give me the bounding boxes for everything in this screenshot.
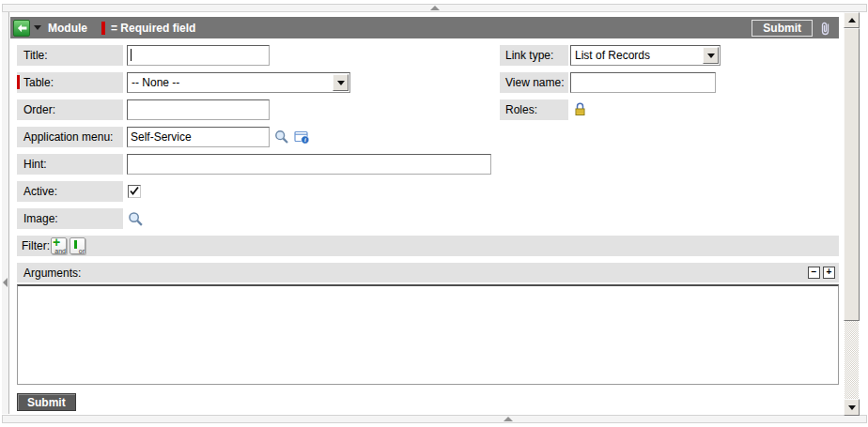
application-menu-lookup-button[interactable] — [274, 130, 289, 145]
title-input[interactable] — [127, 45, 270, 66]
filter-and-button[interactable]: + and — [51, 237, 67, 254]
active-label: Active: — [17, 181, 123, 202]
link-type-select-value: List of Records — [575, 49, 650, 62]
table-select[interactable]: -- None -- — [127, 72, 350, 93]
chevron-down-icon — [337, 81, 345, 85]
image-label: Image: — [17, 208, 123, 229]
header-submit-button[interactable]: Submit — [752, 20, 813, 37]
view-name-label: View name: — [500, 72, 568, 93]
active-checkbox[interactable] — [128, 185, 141, 198]
back-button[interactable] — [13, 20, 30, 37]
arrow-down-icon — [848, 405, 856, 410]
back-arrow-icon — [17, 23, 27, 33]
link-type-select[interactable]: List of Records — [570, 45, 721, 66]
hint-label: Hint: — [17, 154, 123, 175]
or-bar-icon — [74, 240, 77, 249]
order-input[interactable] — [127, 99, 270, 120]
roles-lock-button[interactable] — [574, 102, 586, 116]
filter-label: Filter: — [22, 239, 50, 252]
order-label: Order: — [17, 99, 123, 120]
view-name-input[interactable] — [570, 72, 716, 93]
text-caret — [131, 49, 132, 61]
application-menu-input[interactable] — [127, 127, 270, 147]
table-select-value: -- None -- — [132, 76, 179, 89]
filter-bar: Filter: + and or — [17, 236, 839, 256]
collapse-section-button[interactable]: − — [808, 267, 820, 279]
paperclip-icon — [819, 21, 831, 36]
arguments-label: Arguments: — [23, 267, 81, 280]
reference-info-icon: i — [294, 130, 310, 145]
scrollbar-thumb[interactable] — [844, 28, 860, 321]
top-frame-splitter[interactable] — [2, 4, 867, 12]
submit-button[interactable]: Submit — [17, 393, 76, 411]
magnifier-icon — [128, 211, 144, 227]
left-pane-splitter[interactable] — [2, 12, 9, 414]
scroll-up-button[interactable] — [844, 12, 860, 28]
page-title: Module — [48, 22, 87, 35]
required-field-marker — [101, 22, 105, 35]
arrow-up-icon — [848, 18, 856, 23]
chevron-down-icon — [707, 53, 715, 58]
title-label: Title: — [17, 45, 123, 66]
link-type-select-dropdown-button[interactable] — [703, 47, 719, 64]
magnifier-icon — [274, 130, 289, 145]
svg-text:i: i — [304, 136, 306, 143]
required-marker — [17, 75, 20, 89]
arguments-section-bar: Arguments: − + — [17, 263, 839, 282]
filter-or-button[interactable]: or — [70, 237, 85, 254]
expand-section-button[interactable]: + — [823, 267, 835, 279]
scrollbar-track[interactable] — [845, 321, 859, 399]
required-field-legend: = Required field — [111, 22, 195, 35]
link-type-label: Link type: — [500, 45, 568, 66]
scroll-down-button[interactable] — [844, 399, 860, 416]
padlock-icon — [574, 102, 586, 116]
table-label: Table: — [17, 72, 123, 93]
collapse-bottom-arrow-icon[interactable] — [504, 417, 513, 421]
hint-input[interactable] — [127, 154, 491, 175]
arguments-textarea[interactable] — [17, 284, 839, 385]
module-form-screen: Module = Required field Submit Title: Ta… — [0, 0, 868, 427]
roles-label: Roles: — [500, 99, 568, 120]
table-select-dropdown-button[interactable] — [333, 74, 349, 91]
collapse-left-arrow-icon[interactable] — [3, 278, 8, 287]
collapse-top-arrow-icon[interactable] — [430, 6, 440, 10]
attachment-button[interactable] — [819, 21, 831, 36]
context-menu-caret-icon[interactable] — [34, 25, 41, 30]
application-menu-reference-button[interactable]: i — [294, 130, 310, 145]
vertical-scrollbar[interactable] — [844, 12, 860, 416]
checkmark-icon — [129, 186, 140, 197]
image-lookup-button[interactable] — [128, 211, 144, 227]
form-header-bar: Module = Required field Submit — [10, 17, 839, 38]
bottom-frame-splitter[interactable] — [2, 415, 867, 423]
application-menu-label: Application menu: — [17, 127, 123, 147]
